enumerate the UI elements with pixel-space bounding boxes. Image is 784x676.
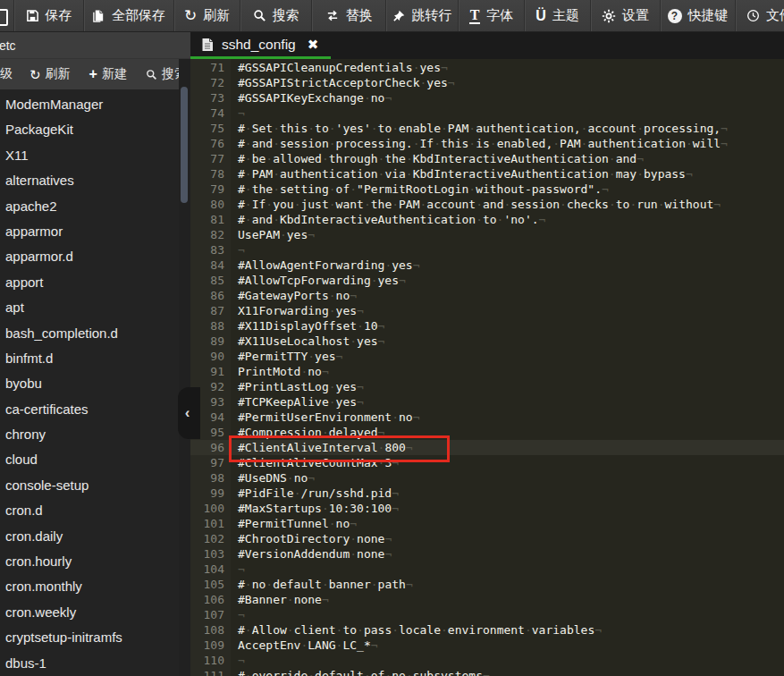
file-list: ModemManagerPackageKitX11alternativesapa… [0, 89, 179, 676]
line-number: 78 [190, 166, 231, 182]
sidebar-item-byobu[interactable]: byobu [0, 371, 179, 396]
sidebar-item-chrony[interactable]: chrony [0, 422, 179, 447]
sidebar-item-ca-certificates[interactable]: ca-certificates [0, 397, 179, 422]
parent-directory-label: 级 [0, 66, 13, 82]
save-all-button[interactable]: 全部保存 [83, 0, 173, 31]
search-button[interactable]: 搜索 [240, 0, 311, 31]
explorer-actions-bar: 级 ↻ 刷新 + 新建 搜索 [0, 59, 190, 89]
sidebar-item-packagekit[interactable]: PackageKit [0, 117, 179, 142]
file-history-button[interactable]: 文件 [735, 0, 784, 31]
code-line: 106#Banner·none¬ [190, 592, 784, 607]
replace-button[interactable]: 替换 [311, 0, 385, 31]
sidebar-item-cron.monthly[interactable]: cron.monthly [0, 574, 179, 599]
code-line: 97#ClientAliveCountMax·3¬ [190, 455, 784, 470]
code-line: 109AcceptEnv·LANG·LC_*¬ [190, 638, 784, 653]
line-number: 86 [190, 288, 231, 303]
sidebar-item-binfmt.d[interactable]: binfmt.d [0, 346, 179, 371]
code-text: ¬ [231, 106, 245, 121]
new-file-label: 新建 [102, 66, 127, 82]
sidebar-item-cron.d[interactable]: cron.d [0, 498, 179, 523]
code-line: 86#GatewayPorts·no¬ [190, 288, 784, 303]
code-line: 79#·the·setting·of·"PermitRootLogin·with… [190, 182, 784, 197]
sidebar-item-apache2[interactable]: apache2 [0, 194, 179, 219]
code-line: 104¬ [190, 562, 784, 577]
code-text: #AllowAgentForwarding·yes¬ [231, 258, 420, 273]
code-text: #Compression·delayed¬ [231, 425, 384, 440]
code-text: #·and·KbdInteractiveAuthentication·to·'n… [231, 212, 545, 227]
code-line: 103#VersionAddendum·none¬ [190, 546, 784, 562]
sidebar-item-apparmor[interactable]: apparmor [0, 219, 179, 244]
tab-sshd-config[interactable]: sshd_config ✖ [190, 32, 331, 59]
code-line: 84#AllowAgentForwarding·yes¬ [190, 258, 784, 273]
sidebar-item-console-setup[interactable]: console-setup [0, 473, 179, 498]
font-T-icon: T [469, 8, 481, 24]
sidebar-item-cloud[interactable]: cloud [0, 447, 179, 472]
code-line: 94#PermitUserEnvironment·no¬ [190, 410, 784, 425]
save-button[interactable]: 保存 [13, 0, 83, 31]
tab-close-icon[interactable]: ✖ [308, 37, 319, 53]
sidebar-item-bash_completion.d[interactable]: bash_completion.d [0, 321, 179, 346]
sidebar-item-cron.hourly[interactable]: cron.hourly [0, 549, 179, 574]
code-text: #·the·setting·of·"PermitRootLogin·withou… [231, 182, 609, 197]
goto-line-button[interactable]: 跳转行 [385, 0, 458, 31]
code-line: 96#ClientAliveInterval·800¬ [190, 440, 784, 455]
code-line: 82UsePAM·yes¬ [190, 227, 784, 242]
new-file-button[interactable]: + 新建 [89, 66, 127, 82]
code-text: #Banner·none¬ [231, 592, 329, 607]
code-line: 72#GSSAPIStrictAcceptorCheck·yes¬ [190, 75, 784, 90]
code-text: #·PAM·authentication·via·KbdInteractiveA… [231, 166, 693, 182]
settings-button[interactable]: 设置 [590, 0, 660, 31]
code-text: UsePAM·yes¬ [231, 227, 315, 242]
sidebar-item-cron.daily[interactable]: cron.daily [0, 524, 179, 549]
code-text: #ClientAliveCountMax·3¬ [231, 455, 399, 470]
explorer-scrollbar-thumb[interactable] [181, 87, 188, 203]
documents-icon [92, 9, 105, 22]
sidebar-item-apparmor.d[interactable]: apparmor.d [0, 244, 179, 269]
document-icon [201, 38, 214, 52]
sidebar-collapse-handle[interactable]: ‹ [178, 387, 200, 439]
code-text: #PermitTunnel·no¬ [231, 516, 357, 531]
line-number: 109 [190, 638, 231, 653]
code-text: ¬ [231, 562, 245, 577]
sidebar-item-modemmanager[interactable]: ModemManager [0, 92, 179, 117]
floppy-icon [26, 9, 39, 22]
code-line: 90#PermitTTY·yes¬ [190, 349, 784, 364]
line-number: 103 [190, 546, 231, 562]
code-text: #ClientAliveInterval·800¬ [231, 440, 413, 455]
code-line: 80#·If·you·just·want·the·PAM·account·and… [190, 197, 784, 212]
current-path: /etc [0, 38, 16, 53]
explorer-refresh-button[interactable]: ↻ 刷新 [30, 66, 71, 82]
line-number: 100 [190, 501, 231, 516]
sidebar-item-apport[interactable]: apport [0, 270, 179, 295]
code-text: #·Set·this·to·'yes'·to·enable·PAM·authen… [231, 121, 728, 136]
sidebar-item-dbus-1[interactable]: dbus-1 [0, 651, 179, 676]
shortcuts-button[interactable]: ? 快捷键 [660, 0, 735, 31]
code-line: 78#·PAM·authentication·via·KbdInteractiv… [190, 166, 784, 182]
tab-title: sshd_config [222, 37, 296, 53]
file-manager-editor-window: 保存 全部保存 ↻ 刷新 搜索 替换 [0, 0, 784, 676]
line-number: 87 [190, 303, 231, 318]
code-text: #·no·default·banner·path¬ [231, 577, 413, 592]
line-number: 107 [190, 607, 231, 622]
sidebar-item-alternatives[interactable]: alternatives [0, 168, 179, 193]
refresh-button[interactable]: ↻ 刷新 [173, 0, 240, 31]
code-line: 92#PrintLastLog·yes¬ [190, 379, 784, 394]
code-editor[interactable]: 71#GSSAPICleanupCredentials·yes¬72#GSSAP… [190, 59, 784, 676]
sidebar-item-cron.weekly[interactable]: cron.weekly [0, 600, 179, 625]
font-button[interactable]: T 字体 [458, 0, 524, 31]
refresh-icon: ↻ [184, 8, 197, 23]
line-number: 88 [190, 318, 231, 334]
code-text: #PermitUserEnvironment·no¬ [231, 410, 420, 425]
code-text: #GSSAPICleanupCredentials·yes¬ [231, 60, 448, 75]
sidebar-item-cryptsetup-initramfs[interactable]: cryptsetup-initramfs [0, 625, 179, 650]
code-line: 102#ChrootDirectory·none¬ [190, 531, 784, 546]
line-number: 84 [190, 258, 231, 273]
line-number: 74 [190, 106, 231, 121]
code-line: 95#Compression·delayed¬ [190, 425, 784, 440]
theme-button[interactable]: Ü 主题 [524, 0, 590, 31]
parent-directory-button[interactable]: 级 [0, 66, 13, 82]
code-text: #·Allow·client·to·pass·locale·environmen… [231, 622, 602, 638]
sidebar-item-x11[interactable]: X11 [0, 143, 179, 168]
code-text: ¬ [231, 242, 245, 258]
sidebar-item-apt[interactable]: apt [0, 295, 179, 320]
